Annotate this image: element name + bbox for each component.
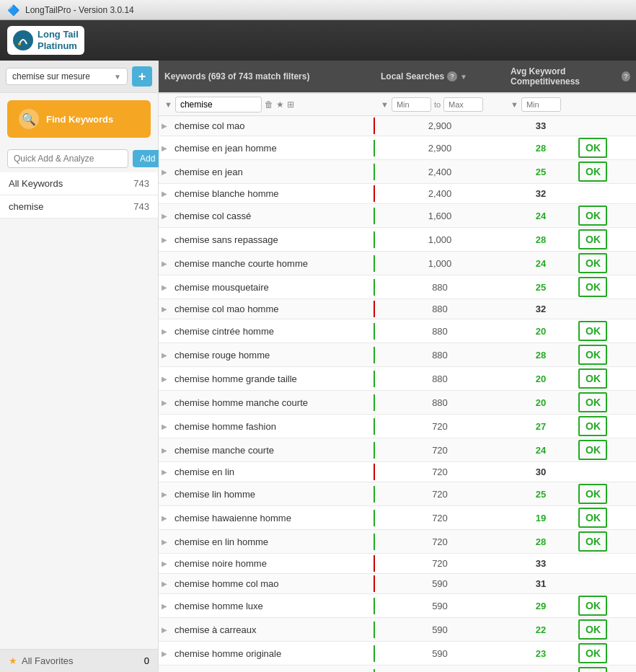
table-row[interactable]: ▶ chemise homme grande taille 880 20 OK: [159, 367, 636, 391]
table-row[interactable]: ▶ chemise homme manche courte 880 20 OK: [159, 391, 636, 415]
grid-filter-icon[interactable]: ⊞: [287, 100, 294, 110]
row-expand-arrow[interactable]: ▶: [159, 490, 170, 498]
local-searches-info-icon[interactable]: ?: [447, 71, 457, 81]
table-row[interactable]: ▶ chemise rouge homme 880 28 OK: [159, 343, 636, 367]
find-keywords-button[interactable]: 🔍 Find Keywords: [7, 100, 151, 138]
table-row[interactable]: ▶ chemise en lin homme 720 28 OK: [159, 530, 636, 554]
find-keywords-label: Find Keywords: [46, 114, 113, 125]
search-input-wrapper[interactable]: ▼: [6, 68, 128, 85]
list-item-all-keywords[interactable]: All Keywords 743: [0, 172, 158, 195]
filter-avg-funnel-icon: ▼: [511, 100, 518, 109]
table-row[interactable]: ▶ chemise manche courte homme 1,000 24 O…: [159, 252, 636, 275]
row-expand-arrow[interactable]: ▶: [159, 190, 170, 198]
app-container: Long Tail Platinum ▼ + 🔍 Find Keywords: [0, 20, 636, 672]
row-ok-badge: OK: [578, 416, 607, 436]
row-expand-arrow[interactable]: ▶: [159, 399, 170, 407]
local-min-input[interactable]: [392, 97, 431, 112]
row-local-cell: 720: [375, 442, 505, 459]
row-ok-badge: OK: [578, 368, 607, 389]
avg-min-input[interactable]: [521, 97, 561, 112]
list-item-chemise-label: chemise: [9, 201, 43, 212]
row-avg-cell: 24: [505, 208, 577, 224]
row-avg-cell: 20: [505, 371, 577, 387]
row-avg-cell: 28: [505, 534, 577, 550]
row-local-cell: 720: [375, 486, 505, 503]
row-avg-cell: 31: [505, 575, 577, 592]
table-row[interactable]: ▶ chemise en jean 2,400 25 OK: [159, 160, 636, 184]
row-local-cell: 880: [375, 323, 505, 340]
row-expand-arrow[interactable]: ▶: [159, 626, 170, 634]
row-avg-cell: 32: [505, 301, 577, 317]
table-row[interactable]: ▶ chemise à carreaux 590 22 OK: [159, 618, 636, 642]
add-button[interactable]: +: [132, 66, 152, 87]
row-expand-arrow[interactable]: ▶: [159, 602, 170, 610]
row-keyword-cell: chemise col cassé: [170, 208, 375, 224]
row-avg-cell: 33: [505, 555, 577, 572]
row-expand-arrow[interactable]: ▶: [159, 650, 170, 658]
local-max-input[interactable]: [443, 97, 483, 112]
row-local-cell: 2,400: [375, 164, 505, 180]
table-row[interactable]: ▶ chemise cintrée homme 880 20 OK: [159, 319, 636, 343]
row-expand-arrow[interactable]: ▶: [159, 514, 170, 522]
row-expand-arrow[interactable]: ▶: [159, 122, 170, 130]
table-row[interactable]: ▶ chemise col cassé 1,600 24 OK: [159, 204, 636, 228]
sidebar-footer[interactable]: ★ All Favorites 0: [0, 649, 158, 672]
table-row[interactable]: ▶ chemise hawaienne homme 720 19 OK: [159, 506, 636, 530]
row-expand-arrow[interactable]: ▶: [159, 446, 170, 454]
table-row[interactable]: ▶ chemise sans repassage 1,000 28 OK: [159, 228, 636, 252]
table-row[interactable]: ▶ chemise col mao 2,900 33: [159, 116, 636, 136]
table-row[interactable]: ▶ chemise homme fashion 720 27 OK: [159, 415, 636, 438]
delete-filter-icon[interactable]: 🗑: [265, 100, 273, 110]
row-avg-cell: 29: [505, 598, 577, 614]
local-sort-icon[interactable]: ▼: [460, 73, 467, 81]
row-expand-arrow[interactable]: ▶: [159, 560, 170, 567]
row-expand-arrow[interactable]: ▶: [159, 351, 170, 359]
table-row[interactable]: ▶ chemise homme originale 590 23 OK: [159, 642, 636, 666]
table-row[interactable]: ▶ chemise blanche homme 2,400 32: [159, 184, 636, 204]
row-expand-arrow[interactable]: ▶: [159, 260, 170, 268]
favorites-label: ★ All Favorites: [9, 655, 74, 666]
table-row[interactable]: ▶ chemise homme col mao 590 31: [159, 574, 636, 594]
row-expand-arrow[interactable]: ▶: [159, 212, 170, 220]
row-keyword-cell: chemise manche courte homme: [170, 255, 375, 272]
row-expand-arrow[interactable]: ▶: [159, 168, 170, 176]
search-input[interactable]: [12, 71, 111, 81]
row-expand-arrow[interactable]: ▶: [159, 305, 170, 313]
star-filter-icon[interactable]: ★: [276, 100, 284, 110]
list-item-chemise[interactable]: chemise 743: [0, 195, 158, 218]
row-expand-arrow[interactable]: ▶: [159, 283, 170, 291]
table-row[interactable]: ▶ chemise noire homme 720 33: [159, 554, 636, 574]
row-expand-arrow[interactable]: ▶: [159, 375, 170, 383]
table-row[interactable]: ▶ chemise mousquetaire 880 25 OK: [159, 275, 636, 299]
row-keyword-cell: chemise homme grande taille: [170, 371, 375, 387]
row-local-cell: 590: [375, 598, 505, 614]
row-ok-badge: OK: [578, 508, 607, 528]
quick-add-wrapper: Add: [7, 149, 151, 168]
row-expand-arrow[interactable]: ▶: [159, 144, 170, 152]
table-row[interactable]: ▶ chemise en lin 720 30: [159, 462, 636, 482]
list-item-all-label: All Keywords: [9, 178, 63, 189]
row-avg-cell: 19: [505, 510, 577, 526]
table-row[interactable]: ▶ chemise bouton de manchette 590 27 OK: [159, 666, 636, 672]
table-row[interactable]: ▶ chemise lin homme 720 25 OK: [159, 482, 636, 506]
row-expand-arrow[interactable]: ▶: [159, 468, 170, 476]
row-expand-arrow[interactable]: ▶: [159, 580, 170, 588]
row-ok-badge: OK: [578, 667, 607, 672]
row-keyword-cell: chemise noire homme: [170, 555, 375, 572]
row-local-cell: 880: [375, 347, 505, 363]
table-area: Keywords (693 of 743 match filters) Loca…: [159, 61, 636, 672]
table-row[interactable]: ▶ chemise manche courte 720 24 OK: [159, 438, 636, 462]
row-expand-arrow[interactable]: ▶: [159, 327, 170, 335]
table-row[interactable]: ▶ chemise homme luxe 590 29 OK: [159, 594, 636, 618]
table-row[interactable]: ▶ chemise col mao homme 880 32: [159, 299, 636, 319]
row-expand-arrow[interactable]: ▶: [159, 538, 170, 546]
keyword-filter-input[interactable]: [175, 97, 262, 112]
row-expand-arrow[interactable]: ▶: [159, 236, 170, 244]
quick-add-input[interactable]: [7, 149, 128, 168]
row-keyword-cell: chemise hawaienne homme: [170, 510, 375, 526]
row-expand-arrow[interactable]: ▶: [159, 423, 170, 430]
avg-info-icon[interactable]: ?: [622, 71, 630, 81]
table-row[interactable]: ▶ chemise en jean homme 2,900 28 OK: [159, 136, 636, 160]
row-ok-badge: OK: [578, 345, 607, 365]
list-item-chemise-count: 743: [133, 201, 149, 212]
